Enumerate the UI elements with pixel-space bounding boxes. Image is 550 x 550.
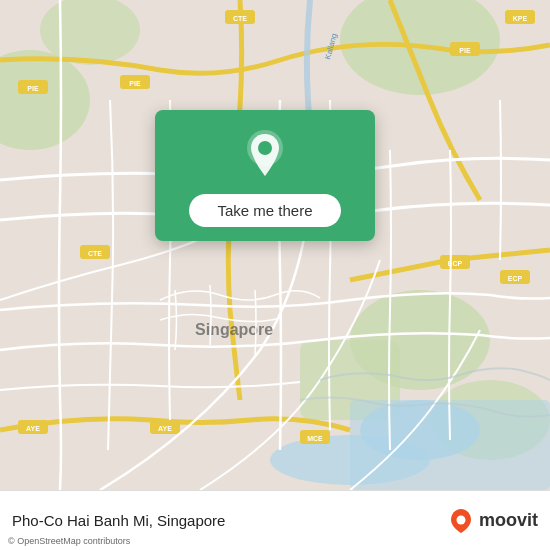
take-me-there-button[interactable]: Take me there — [189, 194, 340, 227]
svg-point-36 — [456, 515, 465, 524]
svg-text:AYE: AYE — [158, 425, 172, 432]
moovit-text: moovit — [479, 510, 538, 531]
svg-text:KPE: KPE — [513, 15, 528, 22]
map-container: PIE PIE PIE CTE CTE KPE ECP ECP AYE AYE … — [0, 0, 550, 490]
svg-text:ECP: ECP — [508, 275, 523, 282]
svg-text:AYE: AYE — [26, 425, 40, 432]
map-attribution: © OpenStreetMap contributors — [8, 536, 130, 546]
location-card: Take me there — [155, 110, 375, 241]
svg-text:CTE: CTE — [88, 250, 102, 257]
place-info: Pho-Co Hai Banh Mi, Singapore moovit — [12, 507, 538, 535]
moovit-pin-icon — [447, 507, 475, 535]
svg-text:CTE: CTE — [233, 15, 247, 22]
moovit-logo: moovit — [447, 507, 538, 535]
svg-text:Singapore: Singapore — [195, 321, 273, 338]
svg-text:PIE: PIE — [459, 47, 471, 54]
svg-text:PIE: PIE — [27, 85, 39, 92]
svg-text:PIE: PIE — [129, 80, 141, 87]
location-pin-icon — [238, 128, 292, 182]
place-name: Pho-Co Hai Banh Mi, Singapore — [12, 512, 447, 529]
svg-point-35 — [258, 141, 272, 155]
bottom-bar: Pho-Co Hai Banh Mi, Singapore moovit © O… — [0, 490, 550, 550]
svg-text:MCE: MCE — [307, 435, 323, 442]
map-svg: PIE PIE PIE CTE CTE KPE ECP ECP AYE AYE … — [0, 0, 550, 490]
